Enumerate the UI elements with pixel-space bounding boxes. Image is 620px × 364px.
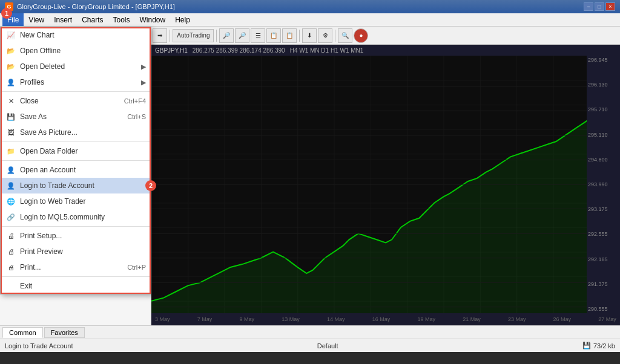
open-deleted-icon: 📂 [5, 61, 16, 72]
toolbar-btn-14[interactable]: 🔍 [338, 28, 352, 43]
tab-favorites-label: Favorites [51, 329, 78, 336]
exit-label: Exit [20, 282, 32, 290]
toolbar-sep-8 [335, 30, 335, 42]
time-label-6: 16 May [372, 316, 391, 322]
time-label-11: 27 May [598, 316, 616, 322]
toolbar-btn-12[interactable]: ⬇ [302, 28, 317, 43]
status-left: Login to Trade Account [5, 342, 73, 349]
time-label-5: 14 May [327, 316, 345, 322]
profiles-arrow: ▶ [141, 79, 146, 86]
toolbar-btn-13[interactable]: ⚙ [318, 28, 332, 43]
menu-exit[interactable]: Exit [1, 278, 151, 294]
toolbar-btn-7[interactable]: 🔎 [219, 28, 234, 43]
time-label-7: 19 May [417, 316, 435, 322]
chart-area: GBPJPY,H1 286.275 286.399 286.174 286.39… [151, 45, 620, 325]
status-right: 💾 73/2 kb [582, 342, 615, 349]
window-controls[interactable]: − □ × [584, 2, 615, 11]
toolbar-btn-9[interactable]: ☰ [251, 28, 265, 43]
menu-login-trade[interactable]: 👤 Login to Trade Account 2 [1, 178, 151, 193]
menu-item-window[interactable]: Window [135, 13, 171, 26]
price-7: 293.175 [588, 206, 619, 212]
menu-bar: File View Insert Charts Tools Window Hel… [0, 13, 620, 27]
menu-print[interactable]: 🖨 Print... Ctrl+P [1, 259, 151, 275]
menu-item-tools[interactable]: Tools [108, 13, 135, 26]
price-1: 296.945 [588, 57, 619, 63]
toolbar-sep-6 [216, 30, 217, 42]
login-mql5-label: Login to MQL5.community [20, 213, 105, 221]
time-label-3: 9 May [239, 316, 254, 322]
toolbar-btn-11[interactable]: 📋 [282, 28, 297, 43]
tab-favorites[interactable]: Favorites [44, 327, 85, 338]
menu-open-deleted[interactable]: 📂 Open Deleted ▶ [1, 59, 151, 74]
tab-common[interactable]: Common [2, 327, 43, 338]
close-icon: ✕ [5, 96, 16, 106]
close-button[interactable]: × [605, 2, 615, 11]
chart-time-axis: 3 May 7 May 9 May 13 May 14 May 16 May 1… [151, 313, 620, 325]
open-offline-label: Open Offline [20, 47, 61, 55]
close-label: Close [20, 97, 39, 105]
menu-new-chart[interactable]: 📈 New Chart [1, 27, 151, 43]
open-deleted-label: Open Deleted [20, 62, 65, 71]
toolbar-sep-5 [170, 30, 170, 42]
menu-item-view[interactable]: View [24, 13, 49, 26]
login-web-icon: 🌐 [5, 196, 16, 207]
save-as-shortcut: Ctrl+S [127, 113, 146, 120]
chart-timeframes: H4 W1 MN D1 H1 W1 MN1 [290, 47, 364, 54]
menu-save-as-picture[interactable]: 🖼 Save As Picture... [1, 125, 151, 140]
window-title: GloryGroup-Live - GloryGroup Limited - [… [17, 3, 175, 10]
status-center: Default [317, 342, 338, 349]
data-folder-icon: 📁 [5, 146, 16, 157]
maximize-button[interactable]: □ [595, 2, 604, 11]
profiles-icon: 👤 [5, 77, 16, 88]
time-label-10: 26 May [553, 316, 572, 322]
price-9: 292.185 [588, 256, 619, 262]
exit-icon [5, 281, 16, 291]
menu-close[interactable]: ✕ Close Ctrl+F4 [1, 93, 151, 109]
new-chart-label: New Chart [20, 31, 54, 39]
menu-print-preview[interactable]: 🖨 Print Preview [1, 244, 151, 259]
menu-open-offline[interactable]: 📂 Open Offline [1, 43, 151, 59]
toolbar-btn-6[interactable]: ➡ [153, 28, 167, 43]
bottom-tabs: Common Favorites [0, 325, 620, 339]
menu-print-setup[interactable]: 🖨 Print Setup... [1, 228, 151, 244]
save-as-label: Save As [20, 112, 47, 121]
tab-common-label: Common [9, 329, 36, 336]
time-label-4: 13 May [282, 316, 300, 322]
price-8: 292.555 [588, 231, 619, 237]
menu-open-data-folder[interactable]: 📁 Open Data Folder [1, 143, 151, 159]
price-6: 293.990 [588, 181, 619, 187]
price-axis: 296.945 296.130 295.710 295.110 294.800 … [587, 56, 620, 313]
file-dropdown-menu: 📈 New Chart 📂 Open Offline 📂 Open Delete… [0, 27, 151, 294]
title-bar-left: G GloryGroup-Live - GloryGroup Limited -… [5, 2, 175, 11]
print-preview-icon: 🖨 [5, 246, 16, 257]
menu-login-web[interactable]: 🌐 Login to Web Trader [1, 193, 151, 209]
toolbar-btn-red[interactable]: ● [354, 28, 368, 43]
print-label: Print... [20, 263, 41, 271]
menu-profiles[interactable]: 👤 Profiles ▶ [1, 74, 151, 90]
price-3: 295.710 [588, 106, 619, 112]
print-setup-label: Print Setup... [20, 232, 62, 240]
separator-5 [1, 276, 151, 277]
print-setup-icon: 🖨 [5, 230, 16, 241]
menu-open-account[interactable]: 👤 Open an Account [1, 162, 151, 178]
price-2: 296.130 [588, 82, 619, 88]
menu-item-insert[interactable]: Insert [49, 13, 77, 26]
time-label-1: 3 May [155, 316, 170, 322]
menu-item-charts[interactable]: Charts [77, 13, 108, 26]
separator-2 [1, 141, 151, 142]
open-account-label: Open an Account [20, 166, 76, 174]
print-preview-label: Print Preview [20, 247, 63, 256]
toolbar-btn-8[interactable]: 🔎 [235, 28, 249, 43]
step-2-indicator: 2 [145, 180, 156, 191]
toolbar-btn-10[interactable]: 📋 [266, 28, 281, 43]
save-picture-icon: 🖼 [5, 127, 16, 138]
menu-save-as[interactable]: 💾 Save As Ctrl+S [1, 109, 151, 125]
auto-trading-btn[interactable]: AutoTrading [173, 29, 214, 42]
menu-item-help[interactable]: Help [170, 13, 195, 26]
menu-login-mql5[interactable]: 🔗 Login to MQL5.community [1, 209, 151, 225]
disk-icon: 💾 [582, 342, 591, 349]
chart-header: GBPJPY,H1 286.275 286.399 286.174 286.39… [151, 45, 620, 56]
minimize-button[interactable]: − [584, 2, 593, 11]
title-bar: G GloryGroup-Live - GloryGroup Limited -… [0, 0, 620, 13]
profiles-label: Profiles [20, 78, 44, 86]
